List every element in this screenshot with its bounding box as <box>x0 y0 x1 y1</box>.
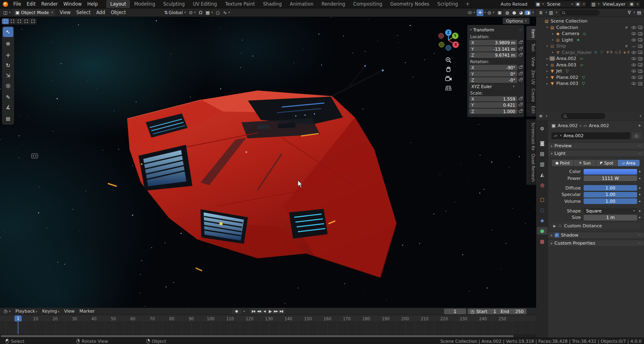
disable-in-renders-icon[interactable] <box>638 82 642 85</box>
lock-open-icon[interactable] <box>519 79 522 81</box>
lock-open-icon[interactable] <box>519 54 522 56</box>
disclosure-icon[interactable]: ▸ <box>551 51 555 54</box>
select-mode-intersect[interactable] <box>29 19 36 24</box>
outliner-row-plane-002[interactable]: ▸▼Plane.002▽ <box>536 74 644 81</box>
sidebar-tab-edit[interactable]: Edit <box>526 103 536 117</box>
hide-in-viewport-icon[interactable] <box>632 82 636 85</box>
tool-select-box[interactable]: ↖ <box>3 27 13 37</box>
scrollbar-thumb[interactable] <box>1 335 514 337</box>
exclude-checkbox[interactable]: ✓ <box>624 25 629 30</box>
viewlayer-selector[interactable]: ▥ ▾ ViewLayer ▣ × <box>590 1 641 8</box>
outliner-row-area-003[interactable]: ▸◎Area.003▱ <box>536 62 644 68</box>
editor-type-button[interactable]: ◷ ▾ <box>2 308 12 315</box>
outliner-display-mode-button[interactable]: ≣ <box>539 10 543 15</box>
editor-type-button[interactable]: ◫ ▾ <box>2 9 12 16</box>
outliner-row-camera[interactable]: ▸◆Camera◇ <box>536 31 644 37</box>
axis-minus-x[interactable] <box>439 33 444 39</box>
breadcrumb-data[interactable]: Area.002 <box>589 123 609 128</box>
outliner-row-area-002[interactable]: ▸◎Area.002▱ <box>536 56 644 62</box>
disclosure-icon[interactable]: ▸ <box>545 63 549 66</box>
disclosure-icon[interactable]: ▸ <box>545 70 549 73</box>
transform-field-rot-rows-y[interactable]: Y0° <box>469 71 517 77</box>
preview-panel-header[interactable]: ▸ Preview ∷∷ <box>548 142 644 149</box>
workspace-tab-compositing[interactable]: Compositing <box>349 0 386 8</box>
start-value[interactable]: 1 <box>493 309 496 314</box>
shape-field[interactable]: Square▾ <box>584 208 637 214</box>
xray-toggle[interactable]: ▣ <box>496 9 503 16</box>
new-collection-button[interactable]: ▤ <box>637 10 641 15</box>
shadow-checkbox[interactable]: ✓ <box>555 233 559 237</box>
specular-field[interactable]: 1.00 <box>584 192 637 198</box>
outliner-row-light[interactable]: ▸◎Light☀ <box>536 37 644 43</box>
sidebar-tab-item[interactable]: Item <box>526 26 536 41</box>
timeline-menu-view[interactable]: View <box>62 309 77 314</box>
drag-grip-icon[interactable]: ∷∷ <box>638 241 641 245</box>
disable-in-renders-icon[interactable] <box>638 45 642 48</box>
texture-tab[interactable]: ▩ <box>537 237 547 245</box>
disable-in-renders-icon[interactable] <box>638 57 642 60</box>
fake-user-button[interactable]: ◇ <box>632 132 641 139</box>
workspace-tab-scripting[interactable]: Scripting <box>433 0 462 8</box>
exclude-checkbox[interactable]: ✓ <box>624 44 629 48</box>
options-button[interactable]: Options ▾ <box>503 18 530 24</box>
play-button[interactable]: ▶ <box>267 309 273 314</box>
disclosure-icon[interactable]: ▸ <box>545 57 549 60</box>
disable-in-renders-icon[interactable] <box>638 38 642 41</box>
prev-keyframe-button[interactable]: ◀◀ <box>256 309 262 314</box>
light-name-field[interactable]: ▱ ▾ Area.002 <box>551 132 630 139</box>
select-mode-set[interactable] <box>2 19 9 24</box>
solid-shading-button[interactable]: ● <box>511 10 517 15</box>
timeline-menu-playback[interactable]: Playback▾ <box>13 309 40 314</box>
transform-field-scl-rows-x[interactable]: X1.559 <box>469 96 517 102</box>
auto-keyframe-button[interactable]: ● <box>232 309 242 314</box>
light-type-point[interactable]: ●Point <box>552 160 574 166</box>
axis-minus-z[interactable] <box>446 45 451 51</box>
navigation-gizmo[interactable]: Z Y X <box>433 25 464 56</box>
outliner-row-jet[interactable]: ▸▼Jet▽ <box>536 68 644 74</box>
animate-dot[interactable] <box>639 201 640 202</box>
tool-move[interactable]: ✛ <box>3 50 13 60</box>
diffuse-field[interactable]: 1.00 <box>584 185 637 191</box>
workspace-tab-animation[interactable]: Animation <box>286 0 318 8</box>
falloff-dropdown[interactable]: ∿ ▾ <box>221 9 231 16</box>
new-viewlayer-button[interactable]: ▣ <box>629 2 635 6</box>
pan-hand-button[interactable] <box>444 65 453 74</box>
sidebar-tab-quad-remesh[interactable]: Quad Remesh <box>526 150 536 185</box>
wireframe-shading-button[interactable]: ◍ <box>504 10 510 15</box>
menu-edit[interactable]: Edit <box>24 1 38 7</box>
light-type-sun[interactable]: ☀Sun <box>574 160 596 166</box>
timeline-menu-keying[interactable]: Keying▾ <box>40 309 62 314</box>
sidebar-tab-tool[interactable]: Tool <box>526 40 536 54</box>
custom-properties-panel-header[interactable]: ▸ Custom Properties ∷∷ <box>548 240 644 247</box>
pin-icon[interactable]: ⌖ <box>638 124 641 128</box>
lock-open-icon[interactable] <box>519 110 522 113</box>
disclosure-icon[interactable]: ▸ <box>551 38 555 41</box>
menu-file[interactable]: File <box>10 1 24 7</box>
custom-distance-subpanel[interactable]: ▸ Custom Distance <box>551 222 640 229</box>
render-tab[interactable]: ◙ <box>537 139 547 147</box>
add-workspace-button[interactable]: + <box>462 1 473 7</box>
select-mode-extend[interactable] <box>9 19 16 24</box>
disclosure-icon[interactable]: ▾ <box>545 26 549 29</box>
tool-measure[interactable]: ∡ <box>3 102 13 112</box>
hide-in-viewport-icon[interactable] <box>632 51 636 54</box>
constraints-tab[interactable]: ◈ <box>537 216 547 224</box>
transform-field-loc-rows-z[interactable]: Z9.6741 m <box>469 52 517 58</box>
orientation-dropdown[interactable]: ⇅ Global ▾ <box>163 9 188 16</box>
tool-scale[interactable]: ⇲ <box>3 70 13 80</box>
close-icon[interactable]: × <box>582 2 586 6</box>
animate-dot[interactable] <box>639 171 640 172</box>
color-field[interactable] <box>584 169 637 175</box>
power-field[interactable]: 1111 W <box>584 175 637 181</box>
outliner-row-plane-003[interactable]: ▸▼Plane.003▽ <box>536 80 644 87</box>
timeline-tracks[interactable] <box>0 322 536 334</box>
menu-select[interactable]: Select <box>73 10 93 15</box>
scene-tab[interactable]: ◭ <box>537 171 547 178</box>
hide-in-viewport-icon[interactable] <box>632 70 636 72</box>
transform-field-rot-rows-z[interactable]: Z-0° <box>469 77 517 83</box>
drag-grip-icon[interactable]: ∷∷ <box>519 28 522 32</box>
outliner-search-input[interactable] <box>559 10 600 16</box>
outliner-row-collection[interactable]: ▾▤Collection✓ <box>536 25 644 31</box>
disable-in-renders-icon[interactable] <box>638 51 642 54</box>
lock-open-icon[interactable] <box>519 66 522 69</box>
